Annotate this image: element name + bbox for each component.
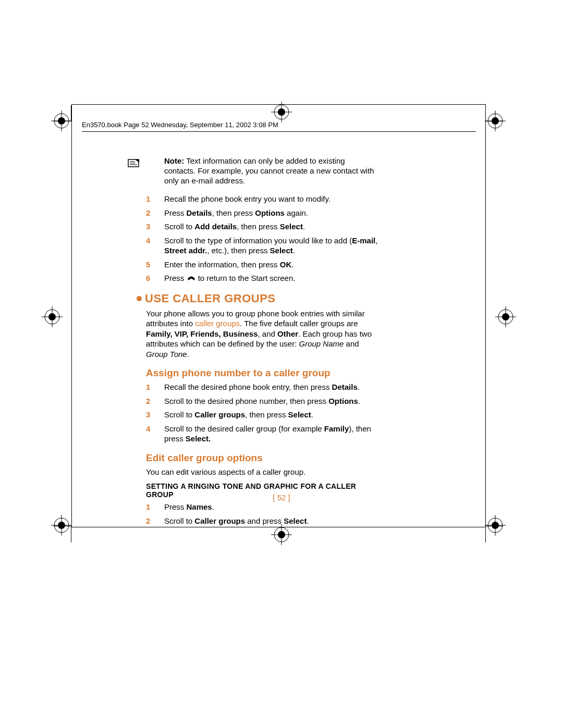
note-label: Note: [164, 156, 184, 165]
edit-steps: 1Press Names. 2Scroll to Caller groups a… [146, 502, 378, 526]
step-item: 3Scroll to Caller groups, then press Sel… [146, 410, 378, 420]
edit-intro: You can edit various aspects of a caller… [146, 467, 378, 477]
page-header: En3570.book Page 52 Wednesday, September… [82, 121, 278, 129]
step-item: 1Press Names. [146, 502, 378, 512]
registration-mark-icon [42, 306, 63, 327]
page-number: [ 52 ] [0, 493, 563, 502]
step-item: 1Recall the phone book entry you want to… [146, 194, 378, 204]
page-content: Note: Text information can only be added… [146, 156, 378, 534]
registration-mark-icon [495, 306, 516, 327]
step-item: 4Scroll to the desired caller group (for… [146, 424, 378, 444]
step-item: 6Press to return to the Start screen. [146, 273, 378, 283]
step-item: 3Scroll to Add details, then press Selec… [146, 221, 378, 232]
bullet-icon [137, 296, 142, 301]
registration-mark-icon [51, 110, 72, 131]
registration-mark-icon [485, 515, 506, 536]
registration-mark-icon [485, 110, 506, 131]
step-item: 2Scroll to Caller groups and press Selec… [146, 516, 378, 526]
step-item: 2Scroll to the desired phone number, the… [146, 396, 378, 406]
step-item: 5Enter the information, then press OK. [146, 260, 378, 270]
heading-use-caller-groups: USE CALLER GROUPS [137, 292, 378, 305]
end-call-icon [187, 274, 196, 281]
note-block: Note: Text information can only be added… [146, 156, 378, 186]
note-icon [128, 158, 140, 169]
assign-steps: 1Recall the desired phone book entry, th… [146, 382, 378, 444]
header-rule [82, 131, 476, 132]
step-item: 4Scroll to the type of information you w… [146, 236, 378, 256]
top-steps: 1Recall the phone book entry you want to… [146, 194, 378, 283]
intro-paragraph: Your phone allows you to group phone boo… [146, 309, 378, 360]
heading-assign-number: Assign phone number to a caller group [146, 367, 378, 379]
registration-mark-icon [51, 515, 72, 536]
step-item: 1Recall the desired phone book entry, th… [146, 382, 378, 392]
note-text: Text information can only be added to ex… [164, 156, 374, 185]
heading-edit-options: Edit caller group options [146, 452, 378, 464]
step-item: 2Press Details, then press Options again… [146, 208, 378, 218]
